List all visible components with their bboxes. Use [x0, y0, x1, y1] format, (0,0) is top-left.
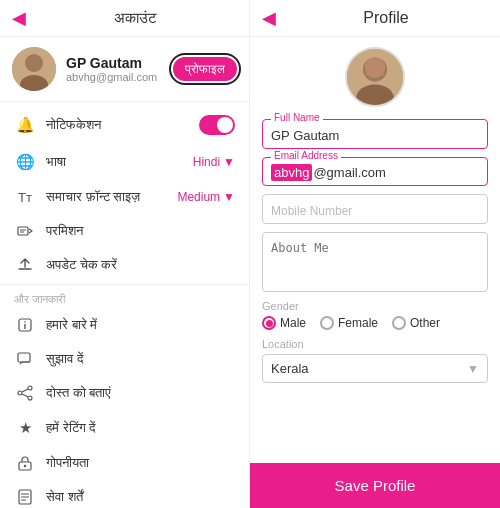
user-section: GP Gautam abvhg@gmail.com प्रोफाइल	[0, 37, 249, 102]
svg-point-16	[24, 465, 26, 467]
dropdown-arrow-icon: ▼	[467, 362, 479, 376]
avatar	[12, 47, 56, 91]
male-radio[interactable]	[262, 316, 276, 330]
menu-label-rate: हमें रेटिंग दें	[46, 420, 235, 436]
menu-list: 🔔 नोटिफकेशन 🌐 भाषा Hindi ▼ Tт समाचार फ़ॉ…	[0, 102, 249, 508]
gender-label: Gender	[262, 300, 488, 312]
right-header-title: Profile	[284, 9, 488, 27]
globe-icon: 🌐	[14, 153, 36, 171]
gender-male[interactable]: Male	[262, 316, 306, 330]
menu-item-share[interactable]: दोस्त को बताएं	[0, 376, 249, 410]
fullname-label: Full Name	[271, 112, 323, 123]
gender-female[interactable]: Female	[320, 316, 378, 330]
svg-line-13	[22, 389, 28, 392]
share-icon	[14, 385, 36, 401]
location-value: Kerala	[271, 361, 309, 376]
location-label: Location	[262, 338, 488, 350]
profile-button[interactable]: प्रोफाइल	[173, 57, 237, 81]
email-field: Email Address abvhg @gmail.com	[262, 157, 488, 186]
about-textarea[interactable]	[262, 232, 488, 292]
user-info: GP Gautam abvhg@gmail.com	[66, 55, 173, 83]
menu-item-notifications[interactable]: 🔔 नोटिफकेशन	[0, 106, 249, 144]
female-radio[interactable]	[320, 316, 334, 330]
gender-section: Gender Male Female Other	[262, 300, 488, 330]
left-header: ◀ अकाउंट	[0, 0, 249, 37]
menu-item-privacy[interactable]: गोपनीयता	[0, 446, 249, 480]
svg-point-12	[28, 396, 32, 400]
menu-item-about[interactable]: हमारे बारे में	[0, 308, 249, 342]
fontsize-value: Medium ▼	[177, 190, 235, 204]
mobile-field	[262, 194, 488, 224]
svg-rect-9	[18, 353, 30, 362]
update-icon	[14, 257, 36, 273]
menu-label-suggest: सुझाव दें	[46, 351, 235, 367]
save-profile-button[interactable]: Save Profile	[250, 463, 500, 508]
suggest-icon	[14, 351, 36, 367]
menu-label-share: दोस्त को बताएं	[46, 385, 235, 401]
menu-item-update[interactable]: अपडेट चेक करें	[0, 248, 249, 282]
other-radio[interactable]	[392, 316, 406, 330]
male-label: Male	[280, 316, 306, 330]
menu-label-permissions: परमिशन	[46, 223, 235, 239]
menu-item-terms[interactable]: सेवा शर्तें	[0, 480, 249, 508]
svg-rect-3	[18, 227, 28, 235]
user-email: abvhg@gmail.com	[66, 71, 173, 83]
mobile-input[interactable]	[271, 203, 479, 218]
menu-label-about: हमारे बारे में	[46, 317, 235, 333]
menu-item-fontsize[interactable]: Tт समाचार फ़ॉन्ट साइज़ Medium ▼	[0, 180, 249, 214]
profile-avatar[interactable]	[345, 47, 405, 107]
gender-options: Male Female Other	[262, 316, 488, 330]
left-header-title: अकाउंट	[34, 9, 237, 27]
bell-icon: 🔔	[14, 116, 36, 134]
menu-item-language[interactable]: 🌐 भाषा Hindi ▼	[0, 144, 249, 180]
other-label: Other	[410, 316, 440, 330]
user-name: GP Gautam	[66, 55, 173, 71]
about-icon	[14, 317, 36, 333]
divider-1	[0, 284, 249, 285]
permissions-icon	[14, 223, 36, 239]
lock-icon	[14, 455, 36, 471]
male-radio-inner	[266, 320, 273, 327]
profile-form: Full Name Email Address abvhg @gmail.com…	[250, 37, 500, 463]
right-header: ◀ Profile	[250, 0, 500, 37]
female-label: Female	[338, 316, 378, 330]
fullname-input[interactable]	[271, 128, 479, 143]
svg-point-10	[28, 386, 32, 390]
location-section: Location Kerala ▼	[262, 338, 488, 383]
fullname-field: Full Name	[262, 119, 488, 149]
left-back-button[interactable]: ◀	[12, 7, 26, 29]
menu-label-update: अपडेट चेक करें	[46, 257, 235, 273]
section-label: और जानकारी	[0, 287, 249, 308]
svg-point-1	[25, 54, 43, 72]
profile-avatar-wrap	[262, 47, 488, 107]
notifications-toggle[interactable]	[199, 115, 235, 135]
svg-point-11	[18, 391, 22, 395]
menu-label-fontsize: समाचार फ़ॉन्ट साइज़	[46, 189, 177, 205]
right-panel: ◀ Profile Full Name Email Address	[250, 0, 500, 508]
terms-icon	[14, 489, 36, 505]
right-back-button[interactable]: ◀	[262, 7, 276, 29]
font-icon: Tт	[14, 190, 36, 205]
location-select[interactable]: Kerala ▼	[262, 354, 488, 383]
menu-item-rate[interactable]: ★ हमें रेटिंग दें	[0, 410, 249, 446]
email-suffix: @gmail.com	[313, 165, 385, 180]
language-value: Hindi ▼	[193, 155, 235, 169]
svg-line-14	[22, 394, 28, 397]
left-panel: ◀ अकाउंट GP Gautam abvhg@gmail.com प्रोफ…	[0, 0, 250, 508]
gender-other[interactable]: Other	[392, 316, 440, 330]
menu-item-permissions[interactable]: परमिशन	[0, 214, 249, 248]
menu-label-language: भाषा	[46, 154, 193, 170]
email-label: Email Address	[271, 150, 341, 161]
menu-item-suggest[interactable]: सुझाव दें	[0, 342, 249, 376]
star-icon: ★	[14, 419, 36, 437]
menu-label-notifications: नोटिफकेशन	[46, 117, 199, 133]
menu-label-terms: सेवा शर्तें	[46, 489, 235, 505]
menu-label-privacy: गोपनीयता	[46, 455, 235, 471]
email-prefix: abvhg	[271, 164, 312, 181]
svg-point-8	[24, 321, 26, 323]
